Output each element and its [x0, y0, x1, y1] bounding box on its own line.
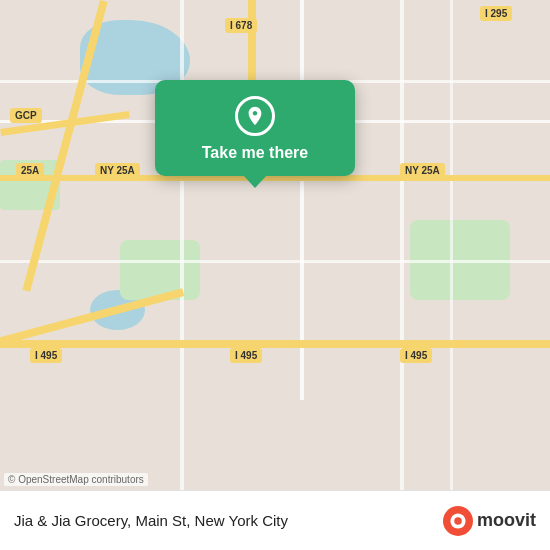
road-grey-6 [400, 0, 404, 490]
road-grey-5 [0, 260, 550, 263]
moovit-text: moovit [477, 510, 536, 531]
location-text: Jia & Jia Grocery, Main St, New York Cit… [14, 512, 443, 529]
pin-svg [244, 105, 266, 127]
moovit-logo: moovit [443, 506, 536, 536]
map-container: GCPI 678NY 25A25ANY 25AI 495I 495I 495I … [0, 0, 550, 490]
road-label-i495-right: I 495 [400, 348, 432, 363]
map-attribution: © OpenStreetMap contributors [4, 473, 148, 486]
location-pin-icon [235, 96, 275, 136]
road-label-ny25a-left: NY 25A [95, 163, 140, 178]
road-label-i295-top: I 295 [480, 6, 512, 21]
road-label-i495-left: I 495 [30, 348, 62, 363]
road-grey-3 [180, 0, 184, 490]
road-label-ny25a-right: NY 25A [400, 163, 445, 178]
moovit-icon-svg [443, 506, 473, 536]
road-label-gcp: GCP [10, 108, 42, 123]
road-label-i678: I 678 [225, 18, 257, 33]
popup-card[interactable]: Take me there [155, 80, 355, 176]
road-label-25a-label-left: 25A [16, 163, 44, 178]
svg-point-1 [454, 517, 462, 525]
bottom-bar: Jia & Jia Grocery, Main St, New York Cit… [0, 490, 550, 550]
park-area-1 [120, 240, 200, 300]
take-me-there-button[interactable]: Take me there [202, 144, 308, 162]
road-label-i495-mid: I 495 [230, 348, 262, 363]
road-grey-7 [450, 0, 453, 490]
road-i495-horizontal [0, 340, 550, 348]
